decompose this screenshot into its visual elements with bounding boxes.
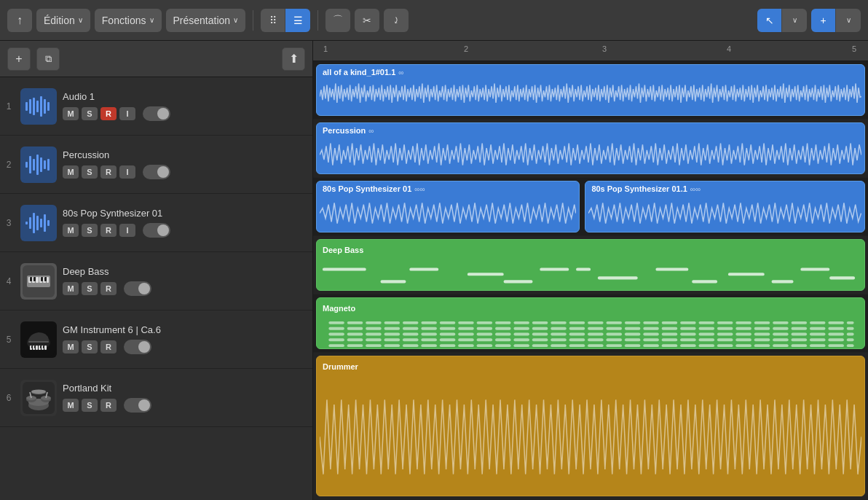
svg-rect-200 <box>513 344 529 347</box>
presentation-menu[interactable]: Présentation ∨ <box>166 9 246 32</box>
presentation-label: Présentation <box>173 15 231 26</box>
svg-rect-108 <box>421 327 437 330</box>
add-group: + ∨ <box>811 9 861 32</box>
track-toggle[interactable] <box>124 340 151 354</box>
mute-button[interactable]: M <box>63 399 79 412</box>
svg-rect-105 <box>366 327 382 330</box>
midi-notes-svg <box>323 262 859 289</box>
track-toggle[interactable] <box>124 281 151 296</box>
collapse-icon: ⤸ <box>392 15 400 26</box>
input-button[interactable]: I <box>119 224 135 237</box>
add-button[interactable]: + <box>811 9 836 32</box>
add-track-button[interactable]: + <box>7 47 31 71</box>
audio-clip-3b[interactable]: 80s Pop Synthesizer 01.1 ∞∞ <box>585 181 865 233</box>
solo-button[interactable]: S <box>82 224 98 237</box>
svg-rect-34 <box>41 277 43 281</box>
svg-rect-5 <box>40 96 42 117</box>
mute-button[interactable]: M <box>63 340 79 353</box>
svg-rect-10 <box>29 156 31 173</box>
record-button[interactable]: R <box>100 165 117 179</box>
list-view-button[interactable]: ☰ <box>285 9 310 32</box>
curve-button[interactable]: ⌒ <box>326 9 350 32</box>
add-chevron-button[interactable]: ∨ <box>836 9 861 32</box>
svg-rect-145 <box>569 333 585 336</box>
svg-rect-38 <box>28 341 49 343</box>
svg-rect-64 <box>598 276 638 279</box>
svg-rect-139 <box>458 333 474 336</box>
svg-rect-120 <box>643 327 659 330</box>
collapse-button[interactable]: ⤸ <box>384 9 409 32</box>
svg-rect-62 <box>467 273 504 276</box>
svg-rect-133 <box>347 333 363 336</box>
track-row: 5 <box>0 310 312 369</box>
svg-rect-205 <box>607 344 623 347</box>
track-icon-percussion <box>20 147 57 183</box>
midi-clip-4[interactable]: Deep Bass <box>316 239 865 291</box>
track-name: 80s Pop Synthesizer 01 <box>63 208 309 219</box>
svg-rect-125 <box>735 327 751 330</box>
track-toggle[interactable] <box>143 165 170 179</box>
svg-rect-28 <box>36 277 39 283</box>
copy-track-button[interactable]: ⧉ <box>36 47 60 71</box>
cursor-button[interactable]: ↖ <box>757 9 782 32</box>
audio-clip-3a[interactable]: 80s Pop Synthesizer 01 ∞∞ <box>316 181 580 233</box>
grid-icon: ⠿ <box>269 15 277 26</box>
solo-button[interactable]: S <box>82 165 98 179</box>
solo-button[interactable]: S <box>82 399 98 412</box>
svg-rect-98 <box>773 321 789 324</box>
record-button[interactable]: R <box>100 282 117 295</box>
svg-rect-19 <box>33 213 35 233</box>
input-button[interactable]: I <box>119 107 135 120</box>
mute-button[interactable]: M <box>63 282 79 295</box>
svg-rect-32 <box>30 277 32 281</box>
svg-rect-89 <box>607 321 623 324</box>
fonctions-menu[interactable]: Fonctions ∨ <box>95 9 162 32</box>
svg-rect-137 <box>421 333 437 336</box>
solo-button[interactable]: S <box>82 282 98 295</box>
mute-button[interactable]: M <box>63 165 79 179</box>
svg-rect-134 <box>366 333 382 336</box>
svg-rect-18 <box>29 217 31 229</box>
svg-rect-136 <box>403 333 419 336</box>
upload-button[interactable]: ⬆ <box>282 47 305 71</box>
audio-clip-1[interactable]: all of a kind_1#01.1 ∞ <box>316 64 865 116</box>
midi-clip-5[interactable]: Magneto <box>316 297 865 349</box>
svg-rect-164 <box>384 338 401 341</box>
scissors-button[interactable]: ✂ <box>355 9 379 32</box>
drummer-clip-6[interactable]: Drummer <box>316 356 865 496</box>
track-controls: M S R <box>63 398 309 413</box>
input-button[interactable]: I <box>119 165 135 179</box>
grid-view-button[interactable]: ⠿ <box>261 9 285 32</box>
svg-rect-74 <box>328 321 344 324</box>
record-button[interactable]: R <box>100 107 117 120</box>
svg-rect-128 <box>792 327 808 330</box>
mute-button[interactable]: M <box>63 107 79 120</box>
track-toggle[interactable] <box>143 106 170 121</box>
cursor-chevron-button[interactable]: ∨ <box>782 9 807 32</box>
record-button[interactable]: R <box>100 224 117 237</box>
svg-rect-114 <box>532 327 548 330</box>
solo-button[interactable]: S <box>82 340 98 353</box>
svg-rect-4 <box>36 101 39 112</box>
svg-rect-170 <box>495 338 510 341</box>
svg-rect-197 <box>458 344 474 347</box>
mute-button[interactable]: M <box>63 224 79 237</box>
ruler-mark-4: 4 <box>727 44 731 53</box>
back-button[interactable]: ↑ <box>7 9 32 32</box>
audio-clip-2[interactable]: Percussion ∞ <box>316 122 865 174</box>
record-button[interactable]: R <box>100 340 117 353</box>
track-number: 6 <box>0 393 17 403</box>
record-button[interactable]: R <box>100 399 117 412</box>
svg-rect-22 <box>44 214 46 232</box>
solo-button[interactable]: S <box>82 107 98 120</box>
track-toggle[interactable] <box>124 398 151 413</box>
svg-rect-123 <box>699 327 715 330</box>
svg-rect-193 <box>384 344 401 347</box>
track-info: 80s Pop Synthesizer 01 M S R I <box>60 203 312 242</box>
svg-rect-152 <box>699 333 715 336</box>
svg-rect-87 <box>569 321 585 324</box>
svg-rect-132 <box>328 333 344 336</box>
edition-menu[interactable]: Édition ∨ <box>36 9 90 32</box>
track-icon-drums <box>20 380 57 416</box>
track-toggle[interactable] <box>143 223 170 238</box>
